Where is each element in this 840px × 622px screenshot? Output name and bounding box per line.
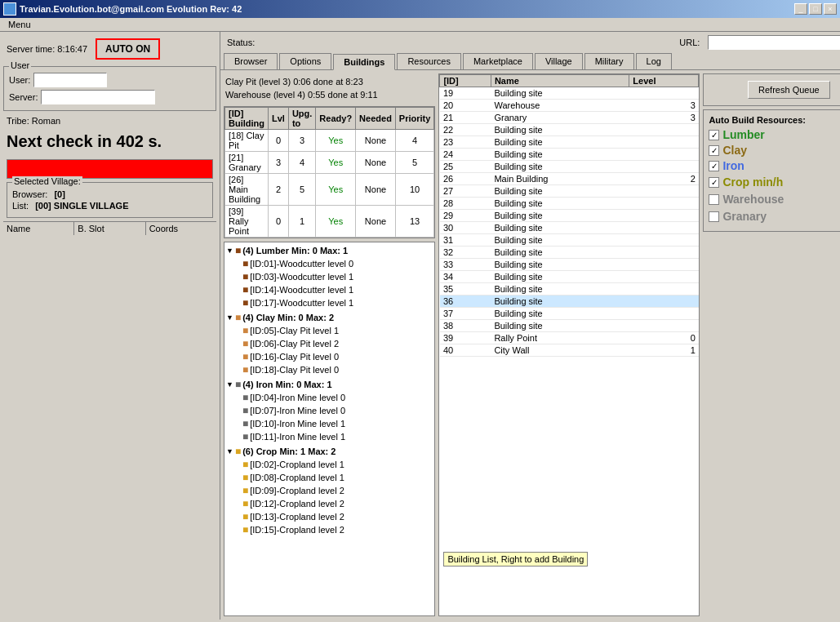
list-item[interactable]: 39 Rally Point 0 — [440, 332, 699, 344]
list-item[interactable]: 40 City Wall 1 — [440, 344, 699, 357]
list-item[interactable]: 33 Building site — [440, 259, 699, 271]
tree-item[interactable]: ■ [ID:10]-Iron Mine level 1 — [226, 417, 433, 430]
table-row[interactable]: [21] Granary 3 4 Yes None 5 — [225, 152, 434, 174]
queue-line1: Clay Pit (level 3) 0:06 done at 8:23 — [225, 75, 433, 88]
left-content: Clay Pit (level 3) 0:06 done at 8:23 War… — [224, 73, 435, 616]
tree-item[interactable]: ■ [ID:01]-Woodcutter level 0 — [226, 257, 433, 270]
tree-header[interactable]: ▼ ■ (4) Clay Min: 0 Max: 2 — [226, 311, 433, 324]
tree-item[interactable]: ■ [ID:16]-Clay Pit level 0 — [226, 350, 433, 363]
minimize-button[interactable]: _ — [794, 3, 807, 15]
list-item[interactable]: 36 Building site — [440, 295, 699, 308]
tab-options[interactable]: Options — [279, 53, 331, 69]
server-label: Server: — [9, 92, 38, 102]
checkbox-clay[interactable] — [709, 145, 719, 156]
list-item[interactable]: 35 Building site — [440, 283, 699, 295]
th-needed: Needed — [356, 108, 396, 130]
tree-type-icon: ■ — [235, 245, 241, 256]
tab-village[interactable]: Village — [535, 53, 583, 69]
tree-item[interactable]: ■ [ID:05]-Clay Pit level 1 — [226, 324, 433, 337]
list-item[interactable]: 28 Building site — [440, 198, 699, 210]
url-label: URL: — [679, 38, 700, 47]
status-label: Status: — [227, 38, 255, 47]
list-item[interactable]: 30 Building site — [440, 222, 699, 234]
checkbox-iron[interactable] — [709, 161, 719, 171]
list-item[interactable]: 26 Main Building 2 — [440, 173, 699, 185]
list-item[interactable]: 37 Building site — [440, 308, 699, 320]
building-list-table: [ID] Name Level 19 Building site 20 Ware… — [439, 74, 699, 357]
th-id: [ID] — [440, 75, 491, 87]
list-item[interactable]: 24 Building site — [440, 149, 699, 161]
list-item[interactable]: 32 Building site — [440, 247, 699, 259]
th-name: Name — [491, 75, 629, 87]
list-item[interactable]: 31 Building site — [440, 234, 699, 247]
tree-item-icon: ■ — [242, 284, 248, 295]
tree-header[interactable]: ▼ ■ (4) Iron Min: 0 Max: 1 — [226, 378, 433, 391]
checkbox-warehouse[interactable] — [709, 194, 719, 205]
tree-item-icon: ■ — [242, 258, 248, 269]
tree-header[interactable]: ▼ ■ (6) Crop Min: 1 Max: 2 — [226, 445, 433, 458]
list-item[interactable]: 27 Building site — [440, 185, 699, 198]
list-item[interactable]: 20 Warehouse 3 — [440, 100, 699, 112]
tree-item[interactable]: ■ [ID:04]-Iron Mine level 0 — [226, 391, 433, 404]
tree-item-text: [ID:15]-Cropland level 2 — [250, 525, 344, 535]
table-row[interactable]: [18] Clay Pit 0 3 Yes None 4 — [225, 130, 434, 152]
tree-header[interactable]: ▼ ■ (4) Lumber Min: 0 Max: 1 — [226, 244, 433, 257]
tree-type-icon: ■ — [235, 379, 241, 390]
url-input[interactable] — [708, 35, 840, 50]
tree-item[interactable]: ■ [ID:07]-Iron Mine level 0 — [226, 404, 433, 417]
buildings-table-container: [ID] Building Lvl Upg. to Ready? Needed … — [224, 106, 435, 238]
checkbox-lumber[interactable] — [709, 130, 719, 140]
tree-item-text: [ID:03]-Woodcutter level 1 — [250, 272, 353, 282]
tree-item[interactable]: ■ [ID:17]-Woodcutter level 1 — [226, 296, 433, 309]
tree-item-text: [ID:05]-Clay Pit level 1 — [250, 326, 339, 335]
tree-item-icon: ■ — [242, 325, 248, 336]
tree-item[interactable]: ■ [ID:14]-Woodcutter level 1 — [226, 283, 433, 296]
list-item[interactable]: 19 Building site — [440, 87, 699, 100]
server-input[interactable] — [41, 90, 155, 104]
tab-buildings[interactable]: Buildings — [333, 54, 395, 70]
tree-item[interactable]: ■ [ID:09]-Cropland level 2 — [226, 484, 433, 497]
tab-log[interactable]: Log — [636, 53, 672, 69]
tribe-label: Tribe: Roman — [3, 114, 216, 127]
list-item[interactable]: 38 Building site — [440, 320, 699, 332]
list-item[interactable]: 25 Building site — [440, 161, 699, 173]
checkbox-crop-min/h[interactable] — [709, 177, 719, 188]
close-button[interactable]: × — [824, 3, 837, 15]
menu-item-menu[interactable]: Menu — [3, 18, 36, 31]
app-icon — [3, 2, 16, 16]
user-group-label: User — [9, 60, 31, 70]
tree-panel: ▼ ■ (4) Lumber Min: 0 Max: 1 ■ [ID:01]-W… — [224, 242, 435, 616]
tab-resources[interactable]: Resources — [397, 53, 461, 69]
list-item[interactable]: 29 Building site — [440, 210, 699, 222]
table-row[interactable]: [39] Rally Point 0 1 Yes None 13 — [225, 206, 434, 238]
refresh-queue-button[interactable]: Refresh Queue — [748, 81, 830, 99]
tree-item[interactable]: ■ [ID:03]-Woodcutter level 1 — [226, 270, 433, 283]
list-label: List: — [12, 201, 29, 211]
tab-browser[interactable]: Browser — [224, 53, 278, 69]
list-item[interactable]: 21 Granary 3 — [440, 112, 699, 124]
tree-toggle-icon: ▼ — [226, 313, 233, 322]
tree-item-text: [ID:06]-Clay Pit level 2 — [250, 339, 339, 349]
far-right-panel: Refresh Queue Auto Build Resources: Lumb… — [703, 73, 840, 616]
tree-header-text: (4) Clay Min: 0 Max: 2 — [242, 313, 334, 322]
table-row[interactable]: [26] Main Building 2 5 Yes None 10 — [225, 174, 434, 206]
checkbox-granary[interactable] — [709, 211, 719, 222]
user-input[interactable] — [33, 73, 107, 87]
queue-info: Clay Pit (level 3) 0:06 done at 8:23 War… — [224, 73, 435, 103]
tree-item[interactable]: ■ [ID:06]-Clay Pit level 2 — [226, 337, 433, 350]
tree-item[interactable]: ■ [ID:08]-Cropland level 1 — [226, 471, 433, 484]
tree-item[interactable]: ■ [ID:18]-Clay Pit level 0 — [226, 363, 433, 376]
tree-item[interactable]: ■ [ID:11]-Iron Mine level 1 — [226, 430, 433, 443]
list-item[interactable]: 23 Building site — [440, 136, 699, 149]
tree-item[interactable]: ■ [ID:15]-Cropland level 2 — [226, 523, 433, 536]
tree-item[interactable]: ■ [ID:12]-Cropland level 2 — [226, 497, 433, 510]
tree-item[interactable]: ■ [ID:13]-Cropland level 2 — [226, 510, 433, 523]
tab-military[interactable]: Military — [584, 53, 634, 69]
maximize-button[interactable]: □ — [809, 3, 822, 15]
server-time: Server time: 8:16:47 — [7, 44, 87, 54]
tab-marketplace[interactable]: Marketplace — [463, 53, 533, 69]
tree-item[interactable]: ■ [ID:02]-Cropland level 1 — [226, 458, 433, 471]
auto-on-button[interactable]: AUTO ON — [96, 38, 160, 60]
list-item[interactable]: 22 Building site — [440, 124, 699, 136]
list-item[interactable]: 34 Building site — [440, 271, 699, 283]
